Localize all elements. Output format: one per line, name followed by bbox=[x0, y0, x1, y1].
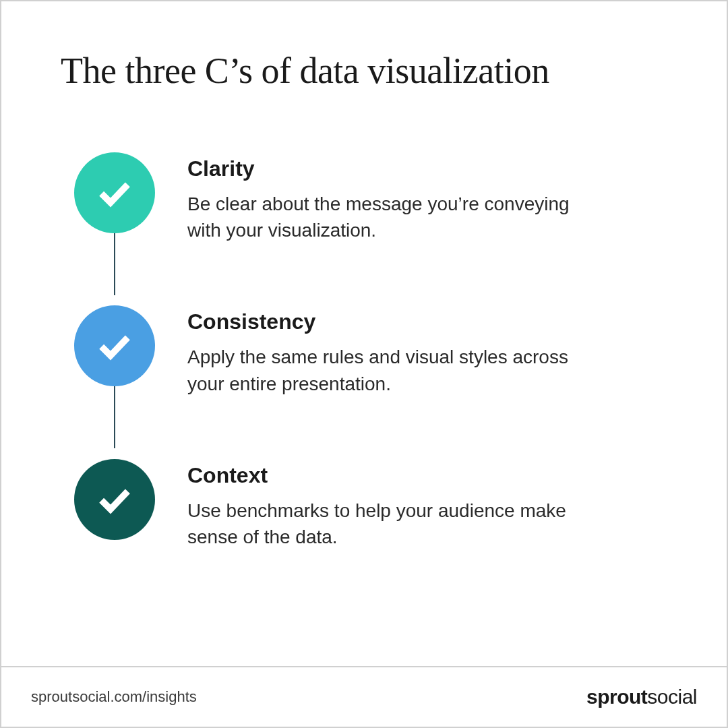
icon-column bbox=[74, 459, 155, 540]
icon-column bbox=[74, 152, 155, 233]
brand-bold: sprout bbox=[586, 686, 647, 708]
item-title: Clarity bbox=[187, 156, 667, 181]
connector-line bbox=[114, 233, 115, 295]
icon-column bbox=[74, 305, 155, 386]
item-description: Be clear about the message you’re convey… bbox=[187, 191, 605, 243]
text-column: Consistency Apply the same rules and vis… bbox=[187, 305, 667, 396]
page-title: The three C’s of data visualization bbox=[61, 50, 667, 92]
text-column: Clarity Be clear about the message you’r… bbox=[187, 152, 667, 243]
list-item: Clarity Be clear about the message you’r… bbox=[74, 152, 667, 243]
footer: sproutsocial.com/insights sproutsocial bbox=[1, 666, 727, 727]
brand-light: social bbox=[647, 686, 697, 708]
checkmark-icon bbox=[95, 326, 134, 365]
list-item: Consistency Apply the same rules and vis… bbox=[74, 305, 667, 396]
infographic-card: The three C’s of data visualization Clar… bbox=[0, 0, 728, 728]
check-circle-icon bbox=[74, 459, 155, 540]
checkmark-icon bbox=[95, 173, 134, 212]
check-circle-icon bbox=[74, 152, 155, 233]
item-title: Consistency bbox=[187, 309, 667, 334]
connector-line bbox=[114, 386, 115, 448]
text-column: Context Use benchmarks to help your audi… bbox=[187, 459, 667, 550]
content-area: The three C’s of data visualization Clar… bbox=[1, 1, 727, 666]
check-circle-icon bbox=[74, 305, 155, 386]
items-list: Clarity Be clear about the message you’r… bbox=[61, 152, 667, 550]
checkmark-icon bbox=[95, 480, 134, 519]
item-description: Use benchmarks to help your audience mak… bbox=[187, 497, 605, 550]
item-description: Apply the same rules and visual styles a… bbox=[187, 344, 605, 396]
brand-logo: sproutsocial bbox=[586, 686, 697, 708]
footer-url: sproutsocial.com/insights bbox=[31, 688, 197, 706]
item-title: Context bbox=[187, 463, 667, 488]
list-item: Context Use benchmarks to help your audi… bbox=[74, 459, 667, 550]
